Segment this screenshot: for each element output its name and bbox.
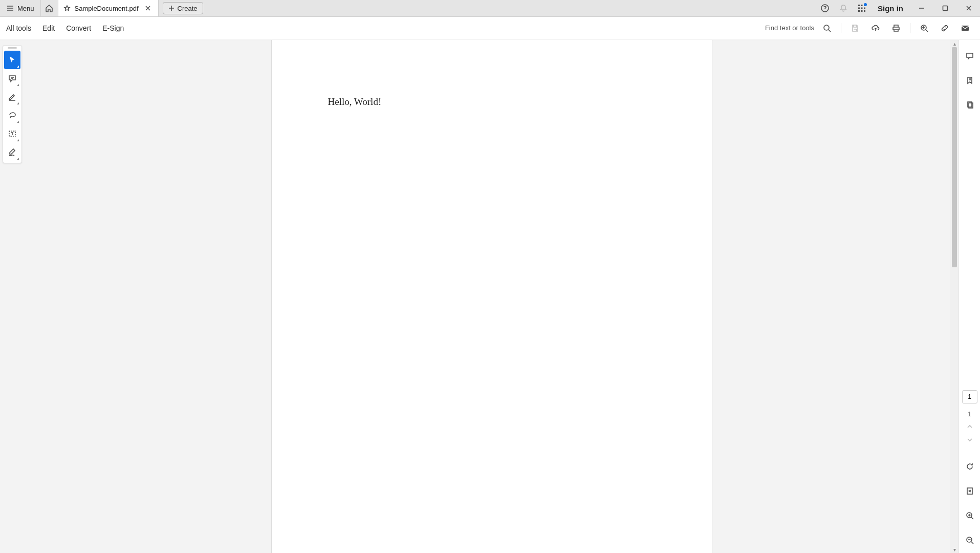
save-button[interactable] xyxy=(846,19,864,37)
total-pages-label: 1 xyxy=(968,411,971,418)
tab-esign[interactable]: E-Sign xyxy=(102,24,124,32)
chevron-up-icon: ▴ xyxy=(953,41,956,47)
expand-corner-icon xyxy=(17,158,19,160)
bookmarks-panel-button[interactable] xyxy=(962,73,977,88)
star-icon[interactable] xyxy=(63,5,71,12)
document-viewport: Hello, World! ▴ ▾ xyxy=(25,40,959,553)
hamburger-icon xyxy=(6,4,14,12)
print-icon xyxy=(891,24,901,33)
tab-title: SampleDocument.pdf xyxy=(75,5,139,12)
scroll-thumb[interactable] xyxy=(952,47,957,267)
zoom-in-icon xyxy=(965,511,974,520)
pages-icon xyxy=(965,100,974,110)
cursor-icon xyxy=(8,55,17,65)
signature-icon xyxy=(8,147,17,157)
chat-icon xyxy=(965,51,974,60)
cloud-upload-icon xyxy=(871,24,880,33)
tab-label: All tools xyxy=(6,24,31,32)
page-nav-section: 1 xyxy=(962,390,977,444)
page-down-button[interactable] xyxy=(962,435,977,444)
tab-label: Edit xyxy=(42,24,55,32)
lasso-icon xyxy=(8,111,17,120)
expand-corner-icon xyxy=(17,66,19,68)
svg-rect-8 xyxy=(861,10,863,12)
share-email-button[interactable] xyxy=(956,19,974,37)
svg-rect-10 xyxy=(943,6,948,11)
maximize-icon xyxy=(942,5,948,11)
create-button[interactable]: Create xyxy=(163,2,203,14)
print-button[interactable] xyxy=(887,19,905,37)
scroll-up-button[interactable]: ▴ xyxy=(950,40,959,47)
title-bar: Menu SampleDocument.pdf Create xyxy=(0,0,980,17)
help-icon xyxy=(820,4,830,13)
window-close-button[interactable] xyxy=(957,0,980,17)
chevron-down-icon: ▾ xyxy=(953,547,956,552)
find-button[interactable] xyxy=(818,19,836,37)
comment-tool[interactable] xyxy=(4,69,20,88)
tab-close-button[interactable] xyxy=(143,3,153,13)
bell-icon xyxy=(839,4,848,13)
svg-rect-7 xyxy=(858,10,860,12)
home-icon xyxy=(45,4,54,13)
notifications-button[interactable] xyxy=(835,0,852,17)
comment-icon xyxy=(8,74,17,83)
highlight-tool[interactable] xyxy=(4,88,20,106)
tab-label: E-Sign xyxy=(102,24,124,32)
help-button[interactable] xyxy=(816,0,834,17)
draw-tool[interactable] xyxy=(4,106,20,124)
search-icon xyxy=(822,24,832,33)
tab-edit[interactable]: Edit xyxy=(42,24,55,32)
page-fit-icon xyxy=(965,486,974,496)
left-tool-rail xyxy=(0,40,25,553)
zoom-out-icon xyxy=(965,536,974,545)
zoom-in-button[interactable] xyxy=(962,508,977,523)
text-box-tool[interactable] xyxy=(4,124,20,143)
panel-grip[interactable] xyxy=(8,47,17,49)
scroll-down-button[interactable]: ▾ xyxy=(950,546,959,553)
thumbnails-panel-button[interactable] xyxy=(962,97,977,113)
svg-rect-4 xyxy=(858,8,860,9)
quick-tools-panel xyxy=(3,45,22,163)
fill-sign-tool[interactable] xyxy=(4,143,20,161)
scroll-track[interactable] xyxy=(950,47,959,546)
vertical-scrollbar[interactable]: ▴ ▾ xyxy=(950,40,959,553)
comments-panel-button[interactable] xyxy=(962,48,977,63)
menu-button[interactable]: Menu xyxy=(0,0,41,16)
svg-rect-9 xyxy=(864,10,865,12)
current-page-input[interactable] xyxy=(962,390,977,403)
find-label: Find text or tools xyxy=(765,24,814,32)
home-button[interactable] xyxy=(41,0,58,16)
sign-in-button[interactable]: Sign in xyxy=(872,4,909,13)
link-icon xyxy=(940,24,949,33)
expand-corner-icon xyxy=(17,102,19,104)
select-tool[interactable] xyxy=(4,51,20,69)
svg-rect-6 xyxy=(864,8,865,9)
chevron-up-icon xyxy=(967,423,973,430)
rotate-button[interactable] xyxy=(962,459,977,474)
ai-assistant-button[interactable] xyxy=(916,19,933,37)
right-rail: 1 xyxy=(959,40,980,553)
toolbar: All tools Edit Convert E-Sign Find text … xyxy=(0,17,980,39)
close-icon xyxy=(966,5,972,11)
plus-icon xyxy=(168,5,175,11)
sign-in-label: Sign in xyxy=(878,4,903,13)
document-scroll-area[interactable]: Hello, World! xyxy=(25,40,959,553)
apps-button[interactable] xyxy=(853,0,870,17)
window-maximize-button[interactable] xyxy=(934,0,956,17)
bookmark-icon xyxy=(965,76,974,85)
menu-label: Menu xyxy=(17,5,34,12)
page-up-button[interactable] xyxy=(962,422,977,431)
svg-rect-13 xyxy=(962,26,969,31)
tab-all-tools[interactable]: All tools xyxy=(6,24,31,32)
minimize-icon xyxy=(919,5,925,11)
window-minimize-button[interactable] xyxy=(910,0,933,17)
upload-cloud-button[interactable] xyxy=(867,19,884,37)
tab-convert[interactable]: Convert xyxy=(66,24,91,32)
document-tab[interactable]: SampleDocument.pdf xyxy=(58,0,159,16)
zoom-out-button[interactable] xyxy=(962,533,977,548)
save-icon xyxy=(851,24,860,33)
close-icon xyxy=(144,5,151,12)
page-display-button[interactable] xyxy=(962,483,977,499)
pdf-page[interactable]: Hello, World! xyxy=(272,40,712,553)
share-link-button[interactable] xyxy=(936,19,953,37)
